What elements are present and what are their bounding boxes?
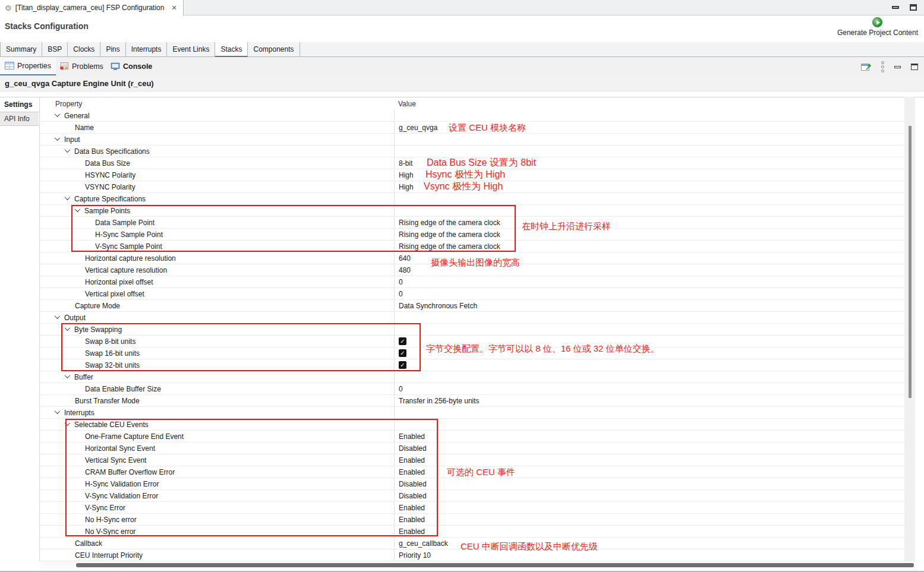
property-label: CRAM Buffer Overflow Error <box>85 468 175 476</box>
properties-table-icon <box>5 62 14 69</box>
property-label: Data Enable Buffer Size <box>85 385 161 393</box>
property-row[interactable]: Output <box>40 312 904 324</box>
tab-summary[interactable]: Summary <box>0 42 42 56</box>
property-row[interactable]: Capture Mode Data Synchronous Fetch <box>40 300 904 312</box>
property-row[interactable]: Byte Swapping <box>40 324 904 336</box>
maximize-icon[interactable] <box>910 4 917 11</box>
property-value: Data Synchronous Fetch <box>394 300 904 311</box>
divider <box>39 97 40 561</box>
property-row[interactable]: Data Enable Buffer Size 0 <box>40 383 904 395</box>
property-value <box>394 419 904 430</box>
property-row[interactable]: Interrupts <box>40 407 904 419</box>
property-label: Horizontal pixel offset <box>85 278 153 286</box>
tab-bsp[interactable]: BSP <box>42 42 68 56</box>
tab-interrupts[interactable]: Interrupts <box>126 42 168 56</box>
close-icon[interactable]: ✕ <box>171 4 176 12</box>
property-row[interactable]: Data Bus Specifications <box>40 146 904 157</box>
property-label: H-Sync Sample Point <box>95 230 163 239</box>
property-row[interactable]: Sample Points <box>40 205 904 217</box>
sidebar-item-api-info[interactable]: API Info <box>0 112 39 126</box>
property-row[interactable]: Selectable CEU Events <box>40 419 904 431</box>
property-label: V-Sync Validation Error <box>85 492 158 500</box>
chevron-down-icon[interactable] <box>75 206 81 212</box>
vertical-scrollbar-thumb[interactable] <box>909 126 912 398</box>
generate-project-content-button[interactable]: Generate Project Content <box>837 17 918 37</box>
annotation-note: 设置 CEU 模块名称 <box>449 122 526 132</box>
property-row[interactable]: Data Sample Point Rising edge of the cam… <box>40 217 904 229</box>
property-row[interactable]: Buffer <box>40 371 904 383</box>
property-row[interactable]: Horizontal pixel offset 0 <box>40 276 904 288</box>
property-row[interactable]: One-Frame Capture End Event Enabled <box>40 431 904 443</box>
chevron-down-icon[interactable] <box>55 111 61 117</box>
checkbox-checked[interactable]: ✓ <box>399 361 406 369</box>
minimize-view-icon[interactable] <box>894 66 901 68</box>
property-row[interactable]: General <box>40 110 904 122</box>
property-value: 0 <box>394 276 904 287</box>
property-value <box>394 110 904 121</box>
property-row[interactable]: Vertical pixel offset 0 <box>40 288 904 300</box>
chevron-down-icon[interactable] <box>65 147 71 153</box>
editor-tab-fsp-configuration[interactable]: ⚙ [Titan_display_camera_ceu] FSP Configu… <box>0 0 184 15</box>
property-value: Enabled <box>394 502 904 513</box>
property-row[interactable]: V-Sync Error Enabled <box>40 502 904 514</box>
property-row[interactable]: No H-Sync error Enabled <box>40 514 904 526</box>
property-label: Capture Specifications <box>74 195 146 203</box>
column-header-property: Property <box>40 100 394 108</box>
page-title: Stacks Configuration <box>5 21 89 31</box>
property-value <box>394 134 904 145</box>
chevron-down-icon[interactable] <box>55 408 61 414</box>
property-row[interactable]: Burst Transfer Mode Transfer in 256-byte… <box>40 395 904 407</box>
property-row[interactable]: V-Sync Validation Error Disabled <box>40 490 904 502</box>
property-row[interactable]: Input <box>40 134 904 146</box>
property-row[interactable]: No V-Sync error Enabled <box>40 526 904 538</box>
chevron-down-icon[interactable] <box>55 313 61 319</box>
chevron-down-icon[interactable] <box>65 325 71 331</box>
view-menu-icon[interactable] <box>881 61 884 72</box>
property-row[interactable]: Vertical Sync Event Enabled <box>40 454 904 466</box>
property-label: Vertical pixel offset <box>85 290 144 298</box>
maximize-view-icon[interactable] <box>911 64 918 70</box>
editor-tab-bar: ⚙ [Titan_display_camera_ceu] FSP Configu… <box>0 0 924 15</box>
chevron-down-icon[interactable] <box>65 420 71 426</box>
chevron-down-icon[interactable] <box>65 372 71 378</box>
tab-pins[interactable]: Pins <box>100 42 125 56</box>
property-value: Rising edge of the camera clock <box>394 241 904 252</box>
pin-editor-icon[interactable] <box>861 62 871 71</box>
checkbox-checked[interactable]: ✓ <box>399 349 406 357</box>
property-label: Swap 16-bit units <box>85 349 140 358</box>
property-value <box>394 205 904 216</box>
property-value: Enabled <box>394 514 904 525</box>
tab-stacks[interactable]: Stacks <box>215 42 248 57</box>
property-row[interactable]: Capture Specifications <box>40 193 904 205</box>
property-row[interactable]: H-Sync Sample Point Rising edge of the c… <box>40 229 904 241</box>
tab-event-links[interactable]: Event Links <box>167 42 215 56</box>
annotation-note: Vsync 极性为 High <box>424 181 503 191</box>
property-row[interactable]: CEU Interrupt Priority Priority 10 <box>40 549 904 561</box>
property-value: Enabled <box>394 431 904 442</box>
tab-console[interactable]: Console <box>106 57 157 75</box>
chevron-down-icon[interactable] <box>65 194 71 200</box>
checkbox-checked[interactable]: ✓ <box>399 337 406 345</box>
property-label: Data Bus Size <box>85 159 130 168</box>
property-label: Data Sample Point <box>95 219 154 227</box>
property-row[interactable]: V-Sync Sample Point Rising edge of the c… <box>40 241 904 252</box>
tab-components[interactable]: Components <box>248 42 299 56</box>
tab-properties[interactable]: Properties <box>0 57 56 75</box>
property-row[interactable]: H-Sync Validation Error Disabled <box>40 478 904 490</box>
horizontal-scrollbar-thumb[interactable] <box>76 563 914 567</box>
property-label: HSYNC Polarity <box>85 171 135 179</box>
editor-tab-title: [Titan_display_camera_ceu] FSP Configura… <box>15 4 165 12</box>
property-label: Input <box>64 135 80 144</box>
chevron-down-icon[interactable] <box>55 135 61 141</box>
tab-clocks[interactable]: Clocks <box>68 42 100 56</box>
sidebar-item-settings[interactable]: Settings <box>0 97 39 112</box>
annotation-note: Data Bus Size 设置为 8bit <box>427 157 536 168</box>
tab-console-label: Console <box>123 62 152 71</box>
property-value <box>394 146 904 157</box>
minimize-icon[interactable] <box>892 6 899 9</box>
property-value <box>394 371 904 383</box>
property-label: One-Frame Capture End Event <box>85 432 184 441</box>
tab-problems[interactable]: Problems <box>55 57 108 75</box>
property-row[interactable]: Horizontal Sync Event Disabled <box>40 443 904 454</box>
property-row[interactable]: Swap 32-bit units ✓ <box>40 359 904 371</box>
